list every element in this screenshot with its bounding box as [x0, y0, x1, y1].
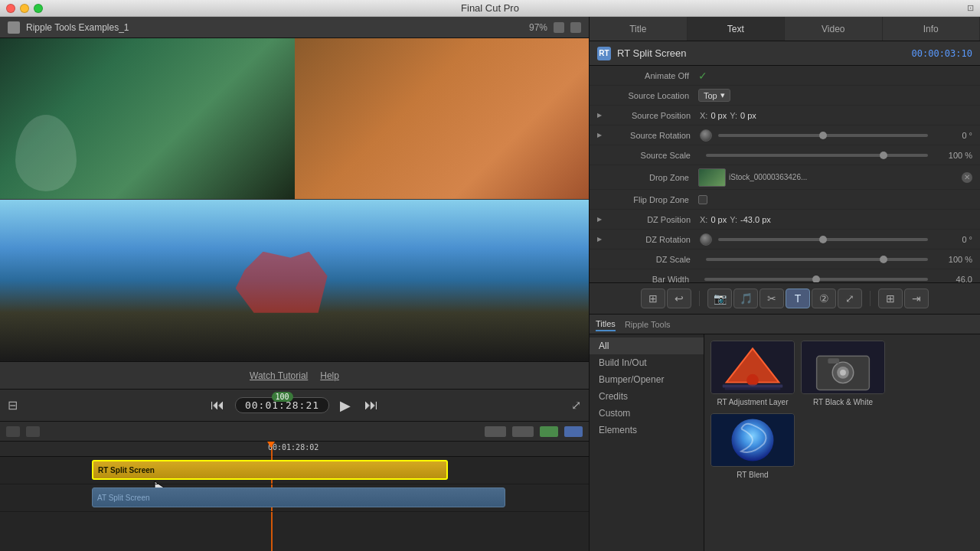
- source-rotation-thumb[interactable]: [819, 132, 827, 139]
- drop-zone-thumbnail: [698, 168, 726, 187]
- zoom-level[interactable]: 97%: [529, 22, 547, 33]
- source-scale-row: Source Scale 100 %: [590, 145, 980, 165]
- disclosure-dz-pos[interactable]: ▶: [597, 216, 606, 223]
- left-panel: Ripple Tools Examples_1 97% Watch Tutori…: [0, 17, 590, 551]
- source-rotation-knob[interactable]: [700, 129, 712, 142]
- animate-off-row: Animate Off ✓: [590, 66, 980, 86]
- tab-info[interactable]: Info: [883, 17, 981, 41]
- sidebar-item-credits[interactable]: Credits: [590, 388, 704, 405]
- toolbar-title-btn[interactable]: T: [786, 289, 810, 308]
- dz-scale-thumb[interactable]: [880, 256, 887, 263]
- help-link[interactable]: Help: [320, 370, 339, 381]
- effect-thumb-bw: [801, 341, 885, 394]
- disclosure-source-rot[interactable]: ▶: [597, 132, 606, 139]
- browser-tabs: Titles Ripple Tools: [590, 315, 980, 334]
- tab-title[interactable]: Title: [590, 17, 688, 41]
- clip-lower[interactable]: AT Split Screen: [92, 487, 505, 507]
- clip-rt-split-screen[interactable]: RT Split Screen: [92, 460, 448, 480]
- right-panel: Title Text Video Info RT RT Split Screen…: [590, 17, 980, 551]
- toolbar-group-1: ⊞ ↩: [641, 289, 691, 308]
- toolbar-sep-2: [870, 291, 871, 306]
- bar-width-slider[interactable]: [704, 278, 928, 281]
- dz-scale-slider[interactable]: [706, 258, 928, 261]
- maximize-button[interactable]: [34, 4, 43, 13]
- dz-pos-x-label: X:: [700, 215, 707, 224]
- browser-tab-ripple[interactable]: Ripple Tools: [625, 318, 671, 331]
- sidebar-item-elements[interactable]: Elements: [590, 422, 704, 439]
- toolbar-audio-btn[interactable]: 🎵: [733, 289, 758, 308]
- timeline-tool-btn[interactable]: [6, 426, 20, 437]
- timeline-tool-btn-2[interactable]: [26, 426, 40, 437]
- source-rotation-slider[interactable]: [718, 134, 928, 137]
- effect-thumb-blend: [710, 413, 795, 467]
- disclosure-dz-rot[interactable]: ▶: [597, 236, 606, 243]
- viewer-topbar: Ripple Tools Examples_1 97%: [0, 17, 589, 38]
- toolbar-share-btn[interactable]: ⇥: [904, 289, 929, 308]
- fullscreen-button[interactable]: ⤢: [571, 398, 581, 412]
- viewer-layout-btn[interactable]: [570, 22, 581, 33]
- source-scale-slider[interactable]: [706, 154, 928, 157]
- drop-zone-remove-btn[interactable]: ✕: [962, 172, 972, 183]
- effect-card-blend[interactable]: RT Blend: [710, 413, 795, 480]
- dz-rotation-slider[interactable]: [718, 238, 928, 241]
- toolbar-group-2: 📷 🎵 ✂ T ② ⤢: [707, 289, 862, 308]
- animate-off-check[interactable]: ✓: [698, 70, 707, 82]
- skip-forward-button[interactable]: ⏭: [361, 394, 381, 416]
- bar-width-label: Bar Width: [606, 275, 698, 283]
- source-pos-y-val[interactable]: 0 px: [740, 111, 756, 120]
- main-container: Ripple Tools Examples_1 97% Watch Tutori…: [0, 17, 980, 551]
- play-button[interactable]: ▶: [337, 394, 354, 417]
- preview-top: [0, 38, 589, 200]
- layout-button[interactable]: ⊟: [8, 398, 18, 412]
- inspector-content[interactable]: Animate Off ✓ Source Location Top ▾ ▶ So…: [590, 66, 980, 282]
- disclosure-source-pos[interactable]: ▶: [597, 112, 606, 119]
- browser-toolbar: ⊞ ↩ 📷 🎵 ✂ T ② ⤢ ⊞ ⇥: [590, 282, 980, 315]
- sidebar-item-custom[interactable]: Custom: [590, 405, 704, 422]
- effect-card-adjustment-layer[interactable]: RT Adjustment Layer: [710, 341, 795, 407]
- source-pos-x-val[interactable]: 0 px: [710, 111, 727, 120]
- dz-rotation-thumb[interactable]: [819, 236, 827, 243]
- viewer-settings-btn[interactable]: [554, 22, 564, 33]
- svg-rect-5: [723, 385, 783, 388]
- dz-pos-x-val[interactable]: 0 px: [710, 215, 727, 224]
- source-pos-x-label: X:: [700, 111, 707, 120]
- effect-label-blend: RT Blend: [737, 471, 768, 479]
- window-controls[interactable]: [6, 4, 43, 13]
- window-resize-icon[interactable]: ⊡: [967, 3, 974, 13]
- tab-text[interactable]: Text: [688, 17, 786, 41]
- effect-card-bw[interactable]: RT Black & White: [801, 341, 885, 407]
- toolbar-cut-btn[interactable]: ✂: [760, 289, 784, 308]
- source-location-dropdown[interactable]: Top ▾: [698, 89, 730, 102]
- browser-tab-titles[interactable]: Titles: [596, 318, 616, 331]
- preview-top-left: [0, 38, 295, 199]
- viewer-controls: Watch Tutorial Help: [0, 361, 589, 389]
- sidebar-item-bumper[interactable]: Bumper/Opener: [590, 371, 704, 388]
- close-button[interactable]: [6, 4, 15, 13]
- dz-pos-y-val[interactable]: -43.0 px: [740, 215, 771, 224]
- bar-width-thumb[interactable]: [812, 276, 820, 283]
- dz-rotation-knob[interactable]: [700, 233, 712, 246]
- toolbar-undo-btn[interactable]: ↩: [667, 289, 691, 308]
- watch-tutorial-link[interactable]: Watch Tutorial: [250, 370, 308, 381]
- toolbar-browser-btn[interactable]: ⊞: [878, 289, 903, 308]
- sidebar-item-all[interactable]: All: [590, 337, 704, 354]
- timeline-indicator: [485, 426, 506, 437]
- timeline-area: 00:01:28:02 RT Split Screen: [0, 421, 589, 551]
- source-scale-thumb[interactable]: [880, 152, 887, 159]
- toolbar-gen-btn[interactable]: ②: [812, 289, 836, 308]
- skip-back-button[interactable]: ⏮: [207, 394, 227, 416]
- inspector-tabs: Title Text Video Info: [590, 17, 980, 41]
- flip-drop-zone-checkbox[interactable]: [698, 195, 707, 204]
- dz-scale-label: DZ Scale: [608, 255, 700, 264]
- viewer-title: Ripple Tools Examples_1: [26, 22, 523, 33]
- toolbar-photo-btn[interactable]: 📷: [707, 289, 732, 308]
- effect-icon: RT: [597, 47, 611, 60]
- dz-position-row: ▶ DZ Position X: 0 px Y: -43.0 px: [590, 210, 980, 230]
- toolbar-trans-btn[interactable]: ⤢: [838, 289, 862, 308]
- source-pos-y-label: Y:: [730, 111, 737, 120]
- sidebar-item-build-in-out[interactable]: Build In/Out: [590, 354, 704, 371]
- flip-drop-zone-row: Flip Drop Zone: [590, 190, 980, 210]
- tab-video[interactable]: Video: [785, 17, 883, 41]
- minimize-button[interactable]: [20, 4, 29, 13]
- toolbar-snap-btn[interactable]: ⊞: [641, 289, 665, 308]
